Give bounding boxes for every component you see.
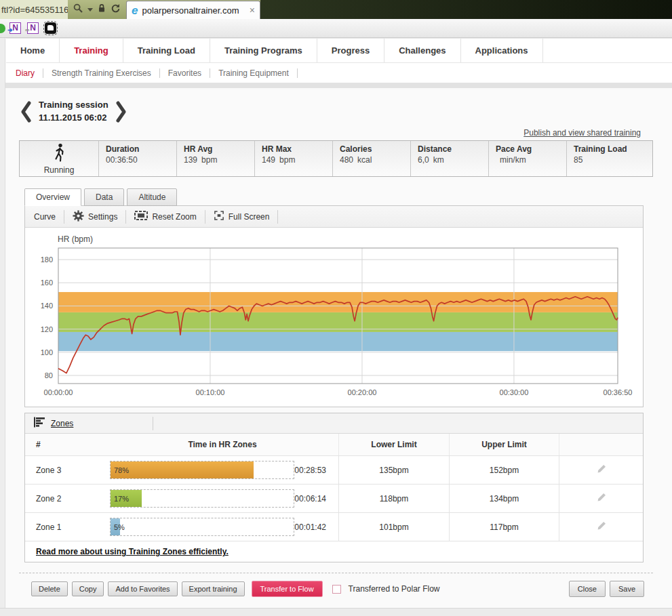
reset-zoom-icon — [134, 211, 148, 222]
settings-button[interactable]: Settings — [64, 211, 125, 223]
svg-text:00:30:00: 00:30:00 — [500, 388, 529, 396]
zone-name: Zone 1 — [25, 522, 106, 532]
svg-text:00:20:00: 00:20:00 — [348, 388, 377, 396]
sub-nav: Diary Strength Training Exercises Favori… — [6, 63, 672, 83]
svg-text:180: 180 — [41, 255, 53, 264]
full-screen-button[interactable]: Full Screen — [205, 211, 278, 223]
sport-cell: Running — [20, 141, 99, 176]
publish-shared-training-link[interactable]: Publish and view shared training — [523, 128, 641, 138]
save-button[interactable]: Save — [610, 581, 644, 597]
table-row: Zone 1 5% 00:01:42 101bpm 117bpm — [25, 512, 643, 541]
zones-header-link[interactable]: Zones — [51, 419, 73, 428]
zone-name: Zone 3 — [25, 466, 106, 475]
chart-toolbar: Curve Settings Reset Zoom — [25, 206, 643, 228]
delete-button[interactable]: Delete — [31, 581, 68, 596]
reset-zoom-button[interactable]: Reset Zoom — [126, 211, 204, 223]
nav-item-challenges[interactable]: Challenges — [384, 39, 460, 62]
zone-upper-limit: 152bpm — [449, 456, 559, 484]
edit-pencil-icon[interactable] — [596, 464, 607, 476]
summary-bar: Running Duration 00:36:50 HR Avg 139bpm … — [19, 140, 653, 177]
previous-session-chevron-icon[interactable] — [20, 101, 31, 123]
favorites-bar: N➜ N∞ — [0, 19, 672, 38]
zone-lower-limit: 135bpm — [338, 456, 449, 484]
session-type: Training session — [39, 99, 108, 111]
zone-bar-fill: 5% — [111, 518, 120, 535]
svg-text:00:36:50: 00:36:50 — [604, 388, 633, 396]
full-screen-icon — [214, 210, 224, 223]
tab-altitude[interactable]: Altitude — [127, 188, 177, 206]
footer-divider — [19, 573, 653, 573]
window-left-margin — [0, 38, 5, 616]
zone-bar-track: 5% — [110, 518, 294, 536]
close-button[interactable]: Close — [569, 581, 606, 597]
subnav-item-diary[interactable]: Diary — [6, 68, 43, 78]
green-dot-icon[interactable] — [0, 24, 5, 33]
zone-bar-fill: 17% — [111, 490, 142, 507]
zone-lower-limit: 118bpm — [338, 485, 449, 512]
onenote-link-icon[interactable]: N∞ — [27, 22, 39, 34]
export-training-button[interactable]: Export training — [182, 581, 245, 596]
stat-pace-avg: Pace Avg min/km — [489, 141, 567, 176]
transferred-checkbox[interactable] — [332, 585, 341, 594]
nav-item-training-load[interactable]: Training Load — [123, 39, 210, 62]
page: Home Training Training Load Training Pro… — [0, 38, 672, 616]
session-title: Training session 11.11.2015 06:02 — [39, 99, 108, 123]
window-bottom-strip — [0, 608, 672, 616]
stat-hr-max: HR Max 149bpm — [255, 141, 333, 176]
tab-data[interactable]: Data — [84, 188, 124, 206]
nav-item-home[interactable]: Home — [6, 39, 60, 62]
curve-label: Curve — [34, 211, 64, 223]
zones-panel: Zones # Time in HR Zones Lower Limit Upp… — [24, 413, 644, 562]
svg-text:80: 80 — [45, 371, 53, 379]
edit-pencil-icon[interactable] — [596, 492, 607, 505]
zone-bar-fill: 78% — [111, 461, 254, 478]
transferred-checkbox-label: Transferred to Polar Flow — [349, 584, 440, 594]
edit-pencil-icon[interactable] — [596, 520, 607, 533]
table-row: Zone 3 78% 00:28:53 135bpm 152bpm — [25, 455, 643, 484]
transfer-to-flow-button[interactable]: Transfer to Flow — [252, 581, 323, 597]
svg-text:120: 120 — [41, 325, 53, 333]
gear-icon — [73, 210, 84, 224]
nav-item-training[interactable]: Training — [60, 39, 123, 62]
tab-close-icon[interactable]: × — [250, 5, 255, 15]
svg-text:00:00:00: 00:00:00 — [44, 388, 73, 396]
desktop-background — [260, 0, 672, 19]
tab-overview[interactable]: Overview — [24, 188, 81, 206]
sport-name: Running — [44, 165, 75, 175]
subnav-item-training-equipment[interactable]: Training Equipment — [210, 68, 298, 78]
refresh-icon[interactable] — [111, 3, 121, 16]
subnav-item-strength-training[interactable]: Strength Training Exercises — [43, 68, 160, 78]
add-to-favorites-button[interactable]: Add to Favorites — [108, 581, 177, 596]
runner-icon — [52, 143, 66, 165]
copy-button[interactable]: Copy — [72, 581, 104, 596]
main-nav: Home Training Training Load Training Pro… — [6, 38, 672, 63]
onenote-send-icon[interactable]: N➜ — [9, 22, 21, 34]
chart-panel: Curve Settings Reset Zoom — [24, 205, 644, 407]
zone-time: 00:28:53 — [294, 466, 338, 475]
tab-title: polarpersonaltrainer.com — [142, 5, 245, 16]
browser-tab[interactable]: e polarpersonaltrainer.com × — [126, 1, 260, 19]
evernote-icon[interactable] — [45, 22, 56, 34]
stat-calories: Calories 480kcal — [333, 141, 411, 176]
zone-bar-track: 78% — [110, 461, 294, 479]
zone-time: 00:06:14 — [294, 494, 338, 504]
address-bar[interactable]: ftl?id=6455351168 — [0, 0, 68, 19]
nav-item-applications[interactable]: Applications — [461, 39, 543, 62]
zone-upper-limit: 117bpm — [449, 513, 559, 541]
url-text: ftl?id=6455351168 — [1, 5, 68, 15]
search-icon[interactable] — [73, 3, 83, 16]
zones-bars-icon — [34, 417, 46, 430]
zone-bar-track: 17% — [110, 489, 294, 508]
zone-name: Zone 2 — [25, 494, 106, 504]
subnav-item-favorites[interactable]: Favorites — [160, 68, 210, 78]
svg-text:100: 100 — [41, 348, 53, 356]
address-dropdown-caret-icon[interactable] — [87, 8, 93, 12]
nav-item-training-programs[interactable]: Training Programs — [210, 39, 317, 62]
view-tabs: Overview Data Altitude — [24, 188, 672, 206]
next-session-chevron-icon[interactable] — [116, 101, 127, 123]
ie-logo-icon: e — [132, 5, 138, 16]
zone-upper-limit: 134bpm — [449, 485, 559, 512]
hr-chart[interactable]: 8010012014016018000:00:0000:10:0000:20:0… — [28, 245, 641, 403]
training-zones-info-link[interactable]: Read more about using Training Zones eff… — [36, 547, 229, 556]
nav-item-progress[interactable]: Progress — [317, 39, 384, 62]
